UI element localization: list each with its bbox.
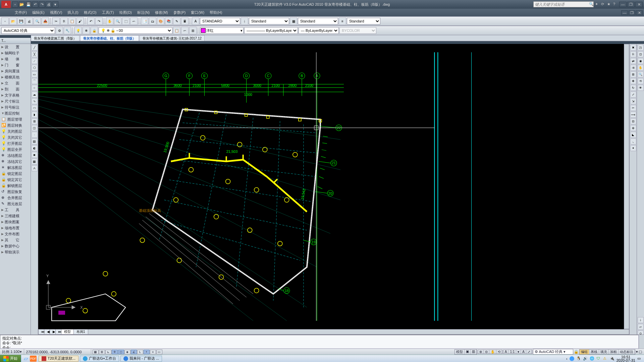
tgl-bold[interactable]: 加粗	[609, 350, 619, 354]
grp-other[interactable]: ▶其 它	[0, 237, 31, 243]
tray-clock[interactable]: 16:512020-07-31	[616, 355, 635, 362]
cmd-layerswitch[interactable]: 🔁图层转换	[0, 122, 31, 128]
mlstyle-combo[interactable]: Standard	[347, 18, 380, 24]
zoomwin-btn[interactable]: ⬚	[122, 17, 129, 25]
array-icon[interactable]: ⊞	[630, 71, 636, 77]
circle-icon[interactable]: ○	[32, 85, 38, 91]
tab-next-icon[interactable]: ▶	[50, 329, 56, 334]
restore-icon[interactable]: ❐	[627, 2, 635, 7]
cmd-lockother[interactable]: 🔒锁定其它	[0, 177, 31, 183]
textstyle-combo[interactable]: STANDARD	[200, 18, 240, 24]
comm-icon[interactable]: ✦	[595, 2, 600, 7]
pan2-icon[interactable]: ✋	[638, 65, 644, 71]
tablestyle-icon[interactable]: ▦	[290, 17, 297, 25]
viewcube-icon[interactable]: ◳	[638, 45, 644, 51]
cmd-restore[interactable]: ↺图层恢复	[0, 189, 31, 195]
cmd-thaw[interactable]: ☀解冻图层	[0, 165, 31, 171]
tab-last-icon[interactable]: ⏭	[56, 329, 61, 334]
redo-btn[interactable]: ↷	[95, 17, 103, 25]
print-icon[interactable]: 🖨	[46, 1, 52, 7]
mtext-icon[interactable]: A	[32, 165, 38, 171]
menu-view[interactable]: 视图(V)	[47, 9, 65, 16]
revcloud-icon[interactable]: ☁	[32, 92, 38, 98]
grp-elev[interactable]: ▶立 面	[0, 80, 31, 86]
grp-text[interactable]: ▶文字表格	[0, 92, 31, 98]
new-icon[interactable]: ▫	[12, 1, 18, 7]
plot-btn[interactable]: 🖨	[25, 17, 33, 25]
ellipsearc-icon[interactable]: ◗	[32, 112, 38, 118]
point-icon[interactable]: ·	[32, 132, 38, 138]
tgl-baseline[interactable]: 基线	[589, 350, 599, 354]
grp-section[interactable]: ▶剖 面	[0, 86, 31, 92]
lock-ui-icon[interactable]: 🔒	[574, 350, 579, 354]
search-input[interactable]	[533, 1, 594, 7]
tab-first-icon[interactable]: ⏮	[39, 329, 44, 334]
gradient-icon[interactable]: ◐	[32, 145, 38, 151]
tray-shield-icon[interactable]: ⚠	[603, 356, 608, 361]
copy-btn[interactable]: ⎘	[60, 17, 68, 25]
fillet-icon[interactable]: ◟	[630, 138, 636, 144]
tablestyle-combo[interactable]: Standard	[298, 18, 338, 24]
grp-data[interactable]: ▶数据中心	[0, 243, 31, 249]
doc-tab-0[interactable]: 骨灰寄存楼梁施工图（B版）	[31, 35, 79, 41]
join-icon[interactable]: ⊕	[630, 125, 636, 131]
menu-edit[interactable]: 编辑(E)	[30, 9, 47, 16]
save-icon[interactable]: 💾	[25, 1, 32, 7]
otrack-toggle[interactable]: ∠	[131, 350, 137, 354]
start-button[interactable]: 开始	[0, 355, 21, 362]
menu-draw[interactable]: 绘图(D)	[117, 9, 135, 16]
rotate-icon[interactable]: ↻	[630, 85, 636, 91]
tray-desktop-icon[interactable]: ▭	[637, 356, 642, 361]
tray-volume-icon[interactable]: 🔊	[583, 356, 588, 361]
menu-modify[interactable]: 修改(M)	[152, 9, 171, 16]
explode-icon[interactable]: ✦	[630, 145, 636, 151]
linetype-combo[interactable]: ————— ByLayerByLayer	[244, 27, 298, 34]
scale-icon[interactable]: ⤢	[630, 92, 636, 98]
model-tab[interactable]: 模型	[61, 329, 74, 334]
clean-screen-icon[interactable]: ▢	[639, 350, 642, 354]
menu-tools[interactable]: 工具(T)	[99, 9, 117, 16]
grid-toggle[interactable]: ⊞	[99, 350, 105, 354]
copy-icon[interactable]: ⎘	[630, 51, 636, 57]
coords-display[interactable]: 270182.0000, -6313.0000, 0.0000	[24, 349, 91, 355]
tray-app1-icon[interactable]	[570, 356, 574, 361]
layer-state-icon[interactable]: ⊞	[189, 27, 197, 34]
grp-site[interactable]: ▶场地布置	[0, 225, 31, 231]
menu-insert[interactable]: 插入(I)	[65, 9, 81, 16]
panel-header[interactable]: T...	[0, 38, 31, 44]
ducs-toggle[interactable]: L	[137, 350, 143, 354]
pline-icon[interactable]: ⟋	[32, 58, 38, 64]
tray-expand-icon[interactable]: ‹	[566, 357, 568, 361]
layer-prev-icon[interactable]: ⤺	[181, 27, 189, 34]
menu-format[interactable]: 格式(O)	[81, 9, 99, 16]
calc-btn[interactable]: 🖩	[181, 17, 189, 25]
cmd-lock[interactable]: 🔒锁定图层	[0, 171, 31, 177]
cmd-chlayer[interactable]: ✎图元改层	[0, 201, 31, 207]
snap-toggle[interactable]: ▦	[93, 350, 99, 354]
menu-file[interactable]: 文件(F)	[12, 9, 30, 16]
search-go-icon[interactable]: 🔍	[589, 2, 594, 7]
markup-btn[interactable]: ✎	[173, 17, 180, 25]
lwt-toggle[interactable]: ≡	[150, 350, 156, 354]
layer-on-icon[interactable]: 💡	[74, 27, 82, 34]
showhide-icon[interactable]: 👁	[638, 85, 644, 91]
insert-icon[interactable]: ⊞	[32, 118, 38, 124]
drawing-area[interactable]: G F E D C B A 22500 3600 2100 5800 3000 …	[38, 44, 629, 329]
props-btn[interactable]: 📑	[141, 17, 148, 25]
navbar-icon[interactable]: ⊡	[638, 51, 644, 57]
region-icon[interactable]: ◙	[32, 152, 38, 158]
line-icon[interactable]: ╱	[32, 45, 38, 51]
spline-icon[interactable]: ∿	[32, 98, 38, 104]
ssm-btn[interactable]: 📚	[165, 17, 172, 25]
orbit-icon[interactable]: ⟲	[638, 78, 644, 84]
layer-combo[interactable]: 💡 ❄ 🔓 ▫ 00	[99, 27, 172, 34]
menu-window[interactable]: 窗口(W)	[188, 9, 207, 16]
favorite-icon[interactable]: ★	[607, 2, 612, 7]
anno-scale[interactable]: A1:1▾A⤢	[503, 350, 532, 354]
layer-lock-icon[interactable]: 🔒	[91, 27, 98, 34]
open-btn[interactable]: 📂	[9, 17, 17, 25]
doc-restore-icon[interactable]: ❐	[629, 10, 635, 15]
tgl-fill[interactable]: 填充	[599, 350, 609, 354]
subscr-icon[interactable]: ⟳	[601, 2, 606, 7]
ortho-toggle[interactable]: ⊾	[105, 350, 111, 354]
